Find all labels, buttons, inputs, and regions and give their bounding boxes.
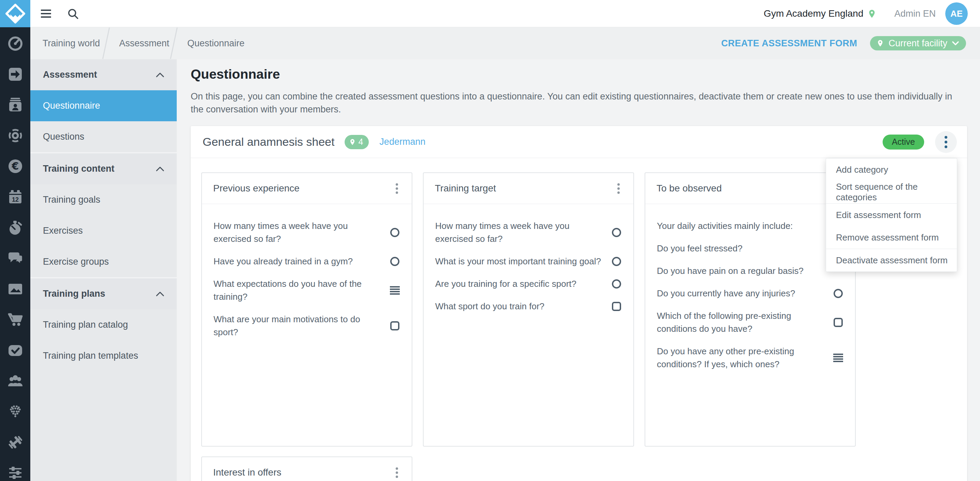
rail-shop-icon[interactable]	[0, 304, 30, 335]
question-text: What is your most important training goa…	[435, 255, 607, 268]
top-bar: Gym Academy England Admin EN AE	[0, 0, 980, 27]
sidebar-item-assessment[interactable]: Assessment	[30, 59, 177, 90]
radio-answer-icon	[832, 289, 843, 298]
question-text: How many times a week have you exercised…	[435, 219, 607, 245]
sidebar-item-questionnaire[interactable]: Questionnaire	[30, 90, 177, 121]
text-answer-icon	[389, 286, 400, 295]
category-header: Interest in offers	[202, 457, 412, 481]
question-row: Do you have pain on a regular basis?	[657, 264, 843, 277]
chevron-up-icon[interactable]	[156, 72, 164, 78]
text-answer-icon	[832, 354, 843, 362]
sidebar-item-label: Questionnaire	[43, 100, 100, 111]
question-text: Have you already trained in a gym?	[213, 255, 385, 268]
question-text: Do you have any other pre-existing condi…	[657, 345, 829, 371]
location-count: 4	[358, 137, 363, 147]
icon-rail: €12	[0, 27, 30, 481]
sidebar-item-label: Exercise groups	[43, 256, 109, 267]
menu-item-add-category[interactable]: Add category	[826, 158, 957, 181]
question-row: What expectations do you have of the tra…	[213, 277, 400, 303]
rail-health-icon[interactable]	[0, 396, 30, 427]
sidebar-item-training-plans[interactable]: Training plans	[30, 278, 177, 309]
sidebar-item-exercise-groups[interactable]: Exercise groups	[30, 246, 177, 277]
location-pin-icon	[877, 40, 884, 47]
avatar[interactable]: AE	[945, 2, 968, 25]
rail-stopwatch-icon[interactable]	[0, 212, 30, 243]
radio-answer-icon	[611, 228, 622, 237]
rail-calendar-icon[interactable]: 12	[0, 182, 30, 212]
category-card-interest-in-offers: Interest in offers	[201, 457, 412, 481]
question-row: Do you have any other pre-existing condi…	[657, 345, 843, 371]
rail-controls-icon[interactable]	[0, 457, 30, 481]
category-card-training-target: Training targetHow many times a week hav…	[423, 172, 634, 447]
rail-chat-icon[interactable]	[0, 243, 30, 274]
question-text: Do you feel stressed?	[657, 242, 829, 255]
category-kebab-button[interactable]	[392, 181, 401, 196]
radio-answer-icon	[389, 228, 400, 237]
sidebar-item-label: Assessment	[43, 70, 97, 80]
location-count-badge: 4	[345, 135, 369, 149]
question-text: Which of the following pre-existing cond…	[657, 309, 829, 335]
rail-checkin-icon[interactable]	[0, 59, 30, 89]
question-row: Have you already trained in a gym?	[213, 255, 400, 268]
checkbox-answer-icon	[389, 321, 400, 330]
assessment-form-title: General anamnesis sheet	[203, 135, 334, 148]
question-text: Do you currently have any injuries?	[657, 287, 829, 300]
current-facility-dropdown[interactable]: Current facility	[870, 36, 966, 50]
question-list: Your daily activities mainly include:Do …	[645, 204, 855, 371]
chevron-down-icon	[952, 41, 959, 46]
breadcrumb-training-world[interactable]: Training world	[43, 27, 100, 59]
sidebar-item-exercises[interactable]: Exercises	[30, 215, 177, 246]
breadcrumb-separator	[102, 28, 110, 59]
facility-name[interactable]: Gym Academy England	[764, 8, 864, 19]
sidebar-item-label: Training plan templates	[43, 350, 138, 361]
sidebar-item-label: Training goals	[43, 194, 100, 205]
menu-toggle-icon[interactable]	[41, 8, 51, 19]
sidebar-item-training-goals[interactable]: Training goals	[30, 184, 177, 215]
menu-item-edit-assessment-form[interactable]: Edit assessment form	[826, 204, 957, 226]
category-header: Previous experience	[202, 173, 412, 204]
menu-item-deactivate-assessment-form[interactable]: Deactivate assessment form	[826, 249, 957, 271]
category-title: Interest in offers	[213, 467, 281, 478]
rail-tasks-icon[interactable]	[0, 335, 30, 366]
assessment-form-kebab-button[interactable]	[935, 131, 957, 153]
rail-training-icon[interactable]	[0, 427, 30, 457]
rail-target-icon[interactable]	[0, 120, 30, 151]
page-description: On this page, you can combine the create…	[191, 90, 957, 116]
question-row: How many times a week have you exercised…	[213, 219, 400, 245]
member-group-link[interactable]: Jedermann	[379, 137, 425, 147]
user-role-label[interactable]: Admin EN	[894, 8, 936, 19]
category-kebab-button[interactable]	[392, 465, 401, 480]
question-row: What are your main motivations to do spo…	[213, 313, 400, 339]
breadcrumb-assessment[interactable]: Assessment	[119, 27, 169, 59]
sidebar-item-training-plan-catalog[interactable]: Training plan catalog	[30, 309, 177, 340]
rail-dashboard-icon[interactable]	[0, 28, 30, 59]
sidebar-item-label: Exercises	[43, 226, 83, 236]
question-row: What is your most important training goa…	[435, 255, 622, 268]
category-kebab-button[interactable]	[614, 181, 623, 196]
rail-media-icon[interactable]	[0, 274, 30, 304]
search-icon[interactable]	[67, 8, 79, 20]
sidebar-item-label: Training content	[43, 164, 115, 174]
sidebar-item-training-content[interactable]: Training content	[30, 153, 177, 184]
breadcrumb-separator	[170, 28, 177, 59]
question-list: How many times a week have you exercised…	[423, 204, 633, 313]
breadcrumb-questionnaire[interactable]: Questionnaire	[187, 27, 245, 59]
diamond-logo-icon	[5, 4, 25, 24]
sidebar-item-questions[interactable]: Questions	[30, 121, 177, 152]
assessment-form-menu: Add categorySort sequence of the categor…	[826, 158, 957, 272]
create-assessment-form-button[interactable]: CREATE ASSESSMENT FORM	[721, 38, 858, 49]
rail-members-icon[interactable]	[0, 89, 30, 120]
category-card-previous-experience: Previous experienceHow many times a week…	[201, 172, 412, 447]
chevron-up-icon[interactable]	[156, 166, 164, 172]
chevron-up-icon[interactable]	[156, 291, 164, 297]
menu-item-sort-sequence-of-the-categories[interactable]: Sort sequence of the categories	[826, 181, 957, 203]
category-header: To be observed	[645, 173, 855, 204]
radio-answer-icon	[389, 257, 400, 266]
question-text: Your daily activities mainly include:	[657, 219, 829, 233]
menu-item-remove-assessment-form[interactable]: Remove assessment form	[826, 226, 957, 248]
svg-text:12: 12	[11, 196, 18, 203]
rail-community-icon[interactable]	[0, 366, 30, 396]
rail-finance-icon[interactable]: €	[0, 151, 30, 182]
category-card-to-be-observed: To be observedYour daily activities main…	[644, 172, 856, 447]
sidebar-item-training-plan-templates[interactable]: Training plan templates	[30, 340, 177, 371]
